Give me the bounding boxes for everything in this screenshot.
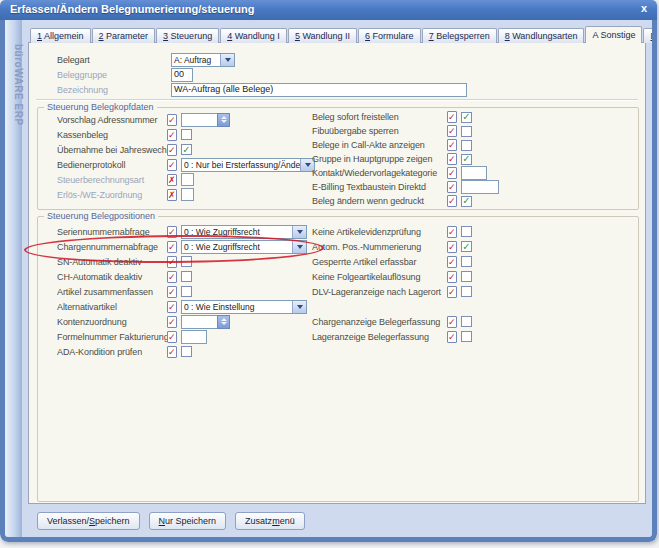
edit-locked-icon: ✗ [167,189,177,201]
kontakt-wiedervorlagekategorie-input[interactable] [461,166,487,180]
vorschlag-adressnummer-spinner[interactable] [181,113,230,127]
e-billing-textbaustein-direktd-label: E-Billing Textbaustein Direktd [312,182,447,192]
tab-label: A Sonstige [592,30,635,40]
spin-up-glyph [221,116,227,119]
seriennummernabfrage-label: Seriennummernabfrage [57,227,167,237]
seriennummernabfrage-dropdown-value: 0 : Wie Zugriffsrecht [182,226,292,238]
form-row [312,299,634,314]
verlassen-speichern-button[interactable]: Verlassen/Speichern [37,512,140,530]
screen: Erfassen/Ändern Belegnumerierung/steueru… [0,0,659,548]
chevron-down-icon[interactable] [292,226,306,238]
chevron-down-icon[interactable] [220,54,234,66]
status-mark: ✓ [448,226,456,238]
status-mark: ✓ [168,129,176,141]
tab-label: Wandlungsarten [510,31,578,41]
tab-5-wandlung-ii[interactable]: 5 Wandlung II [288,28,357,43]
lageranzeige-belegerfassung-checkbox[interactable] [461,331,472,342]
edit-allowed-icon: ✓ [447,153,457,165]
artikel-zusammenfassen-checkbox[interactable] [181,286,192,297]
spin-down-glyph [221,120,227,123]
belegart-dropdown[interactable]: A: Auftrag [171,53,235,67]
window-title: Erfassen/Ändern Belegnumerierung/steueru… [10,3,255,15]
keine-artikelevidenzprufung-checkbox[interactable] [461,226,472,237]
kassenbeleg-checkbox[interactable] [181,129,192,140]
status-mark: ✓ [448,111,456,123]
form-row: Seriennummernabfrage✓0 : Wie Zugriffsrec… [57,224,309,239]
check-mark-icon: ✓ [462,196,470,205]
ubernahme-bei-jahreswechsel-label: Übernahme bei Jahreswechsel [57,145,167,155]
kontenzuordnung-spinner[interactable] [181,315,230,329]
tab-label: Wandlung I [232,31,280,41]
tab-4-wandlung-i[interactable]: 4 Wandlung I [220,28,287,43]
vorschlag-adressnummer-label: Vorschlag Adressnummer [57,115,167,125]
beleggruppe-input[interactable]: 00 [171,68,193,82]
seriennummernabfrage-dropdown[interactable]: 0 : Wie Zugriffsrecht [181,225,307,239]
bezeichnung-input[interactable]: WA-Auftrag (alle Belege) [171,83,467,97]
keine-folgeartikelauflosung-checkbox[interactable] [461,271,472,282]
chevron-down-icon[interactable] [292,241,306,253]
chevron-down-icon[interactable] [292,301,306,313]
edit-allowed-icon: ✓ [167,226,177,238]
nur-speichern-button[interactable]: Nur Speichern [149,512,227,530]
status-mark: ✓ [168,241,176,253]
gruppe-in-hauptgruppe-zeigen-checkbox[interactable]: ✓ [461,154,472,165]
form-row: Gruppe in Hauptgruppe zeigen✓✓ [312,152,634,166]
spin-updown-icon[interactable] [217,315,230,329]
ada-kondition-prufen-checkbox[interactable] [181,346,192,357]
check-mark-icon: ✓ [462,154,470,163]
beleg-sofort-freistellen-checkbox[interactable]: ✓ [461,112,472,123]
edit-allowed-icon: ✓ [447,125,457,137]
tab-label: Formulare [370,31,414,41]
form-row: Vorschlag Adressnummer✓ [57,112,309,127]
button-bar: Verlassen/SpeichernNur SpeichernZusatzme… [37,512,305,530]
zusatzmenu-button[interactable]: Zusatzmenü [235,512,305,530]
fibuubergabe-sperren-checkbox[interactable] [461,126,472,137]
fibuubergabe-sperren-label: Fibuübergabe sperren [312,126,447,136]
form-row: BelegartA: Auftrag [57,53,617,67]
tab-1-allgemein[interactable]: 1 Allgemein [30,28,91,43]
vorschlag-adressnummer-input[interactable] [181,113,217,127]
beleg-andern-wenn-gedruckt-checkbox[interactable]: ✓ [461,196,472,207]
edit-allowed-icon: ✓ [167,144,177,156]
formelnummer-fakturierung-input[interactable] [181,330,207,344]
button-label: Verlassen/ [47,516,89,526]
status-mark: ✓ [448,271,456,283]
tab-7-belegsperren[interactable]: 7 Belegsperren [422,28,497,43]
tab-2-parameter[interactable]: 2 Parameter [92,28,156,43]
ubernahme-bei-jahreswechsel-checkbox[interactable]: ✓ [181,144,192,155]
tab-6-formulare[interactable]: 6 Formulare [358,28,421,43]
status-mark: ✓ [448,139,456,151]
close-icon[interactable]: x [641,2,647,14]
belege-in-call-akte-anzeigen-checkbox[interactable] [461,140,472,151]
group-title: Steuerung Belegpositionen [44,211,158,221]
bedienerprotokoll-dropdown[interactable]: 0 : Nur bei Ersterfassung/Änderung [181,158,315,172]
check-mark-icon: ✓ [462,112,470,121]
spin-updown-icon[interactable] [217,113,230,127]
form-row: CH-Automatik deaktiv✓ [57,269,309,284]
status-mark: ✓ [168,144,176,156]
kontenzuordnung-input[interactable] [181,315,217,329]
e-billing-textbaustein-direktd-input[interactable] [461,180,499,194]
tab-a-sonstige[interactable]: A Sonstige [585,26,642,43]
ch-automatik-deaktiv-label: CH-Automatik deaktiv [57,272,167,282]
autom-pos-nummerierung-checkbox[interactable]: ✓ [461,241,472,252]
alternativartikel-dropdown[interactable]: 0 : Wie Einstellung [181,300,307,314]
status-mark: ✓ [448,316,456,328]
chargenanzeige-belegerfassung-checkbox[interactable] [461,316,472,327]
title-bar[interactable]: Erfassen/Ändern Belegnumerierung/steueru… [0,0,657,20]
form-row: Keine Folgeartikelauflösung✓ [312,269,634,284]
ch-automatik-deaktiv-checkbox[interactable] [181,271,192,282]
status-mark: ✓ [448,241,456,253]
chevron-down-glyph [297,230,303,234]
check-mark-icon: ✓ [462,242,470,251]
dlv-lageranzeige-nach-lagerort-checkbox[interactable] [461,286,472,297]
edit-allowed-icon: ✓ [167,129,177,141]
tab-d-wfl-tb[interactable]: D WFL/TB [643,28,657,43]
sn-automatik-deaktiv-checkbox[interactable] [181,256,192,267]
form-row: BezeichnungWA-Auftrag (alle Belege) [57,83,617,97]
tab-3-steuerung[interactable]: 3 Steuerung [156,28,219,43]
chargennummernabfrage-label: Chargennummernabfrage [57,242,167,252]
gesperrte-artikel-erfassbar-checkbox[interactable] [461,256,472,267]
tab-8-wandlungsarten[interactable]: 8 Wandlungsarten [498,28,585,43]
chargennummernabfrage-dropdown[interactable]: 0 : Wie Zugriffsrecht [181,240,307,254]
